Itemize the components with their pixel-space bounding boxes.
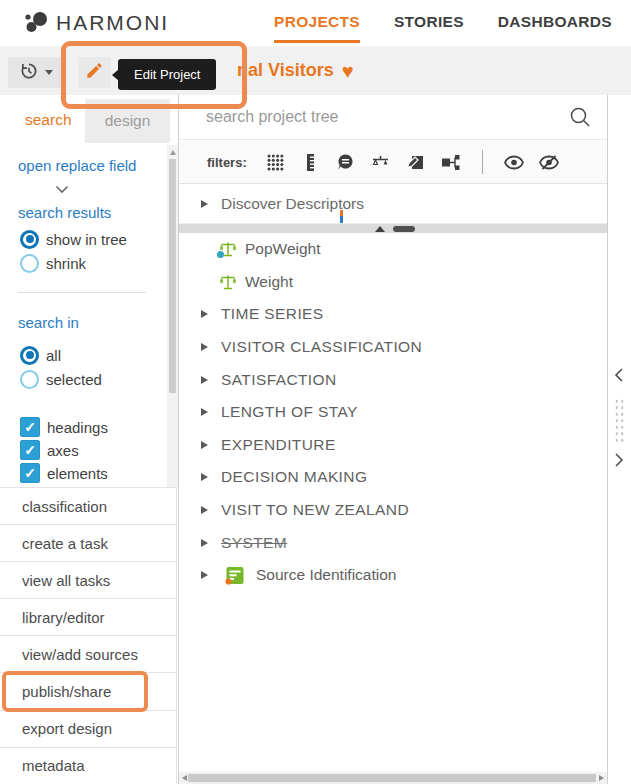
scroll-up-arrow-icon[interactable] <box>170 150 176 155</box>
expand-triangle-icon[interactable] <box>201 539 208 547</box>
search-results-option-show-in-tree[interactable]: show in tree <box>20 229 127 249</box>
tree-item-satisfaction[interactable]: SATISFACTION <box>179 363 607 396</box>
expand-triangle-icon[interactable] <box>201 408 208 416</box>
tab-design[interactable]: design <box>85 99 170 143</box>
splitter-drag-handle[interactable] <box>393 226 415 232</box>
search-results-option-shrink[interactable]: shrink <box>20 253 86 273</box>
tree-item-expenditure[interactable]: EXPENDITURE <box>179 429 607 462</box>
search-in-option-selected[interactable]: selected <box>20 369 102 389</box>
harmoni-logo: HARMONI <box>24 8 169 38</box>
source-icon <box>224 565 245 586</box>
nav-dashboards[interactable]: DASHBOARDS <box>498 13 612 43</box>
annotate-icon[interactable] <box>406 152 426 172</box>
tree-item-system[interactable]: SYSTEM <box>179 526 607 559</box>
checkbox-checked-icon[interactable]: ✓ <box>20 440 40 460</box>
sidebar-item-export-design[interactable]: export design <box>0 710 176 747</box>
scale-icon <box>219 273 237 291</box>
project-tree-panel: filters: Discover Descriptors PopWeightW… <box>178 95 608 784</box>
expand-right-chevron-icon[interactable] <box>613 452 625 472</box>
tab-search[interactable]: search <box>25 111 72 129</box>
sidebar-menu: classificationcreate a taskview all task… <box>0 487 177 784</box>
sidebar-item-view-add-sources[interactable]: view/add sources <box>0 635 176 672</box>
search-icon[interactable] <box>569 106 591 132</box>
tree-item-visitor-classification[interactable]: VISITOR CLASSIFICATION <box>179 331 607 364</box>
sidebar: design search open replace field search … <box>0 95 178 784</box>
checkbox-checked-icon[interactable]: ✓ <box>20 417 40 437</box>
heart-icon[interactable]: ♥ <box>342 61 354 81</box>
expand-triangle-icon[interactable] <box>201 200 208 208</box>
checkbox-option-headings[interactable]: ✓headings <box>20 417 108 437</box>
tree-item-decision-making[interactable]: DECISION MAKING <box>179 461 607 494</box>
filters-label: filters: <box>207 155 247 170</box>
geo-balloon-icon[interactable] <box>336 152 356 172</box>
sidebar-scrollbar[interactable] <box>167 145 178 487</box>
tree-splitter[interactable] <box>179 224 607 233</box>
collapse-left-chevron-icon[interactable] <box>613 367 625 387</box>
expand-triangle-icon[interactable] <box>201 506 208 514</box>
scale-filter-icon[interactable] <box>371 152 391 172</box>
sidebar-item-library-editor[interactable]: library/editor <box>0 598 176 635</box>
tree-item-label: EXPENDITURE <box>221 436 336 454</box>
splitter-up-arrow-icon[interactable] <box>375 226 385 232</box>
checkbox-option-elements[interactable]: ✓elements <box>20 463 108 483</box>
expand-triangle-icon[interactable] <box>201 343 208 351</box>
search-in-option-all[interactable]: all <box>20 345 61 365</box>
expand-triangle-icon[interactable] <box>201 376 208 384</box>
tree-item-label: VISIT TO NEW ZEALAND <box>221 501 409 519</box>
radio-icon[interactable] <box>20 254 39 273</box>
scroll-right-arrow-icon[interactable] <box>599 775 604 781</box>
panel-drag-handle[interactable] <box>614 398 626 445</box>
nav-stories[interactable]: STORIES <box>394 13 464 43</box>
sidebar-item-create-a-task[interactable]: create a task <box>0 524 176 561</box>
expand-triangle-icon[interactable] <box>201 310 208 318</box>
open-replace-field-link[interactable]: open replace field <box>18 157 136 174</box>
show-eye-icon[interactable] <box>504 152 524 172</box>
tree-item-weight[interactable]: Weight <box>179 266 607 299</box>
tree-item-label: SATISFACTION <box>221 371 337 389</box>
tree-item-visit-to-new-zealand[interactable]: VISIT TO NEW ZEALAND <box>179 494 607 527</box>
expand-triangle-icon[interactable] <box>201 473 208 481</box>
search-in-link[interactable]: search in <box>18 314 79 331</box>
search-results-link[interactable]: search results <box>18 204 111 221</box>
hierarchy-icon[interactable] <box>441 152 461 172</box>
horizontal-scrollbar[interactable] <box>179 772 607 784</box>
tree-item-time-series[interactable]: TIME SERIES <box>179 298 607 331</box>
checkbox-checked-icon[interactable]: ✓ <box>20 463 40 483</box>
tree-item-label: PopWeight <box>245 240 321 258</box>
sidebar-item-view-all-tasks[interactable]: view all tasks <box>0 561 176 598</box>
tree-item-popweight[interactable]: PopWeight <box>179 233 607 266</box>
checkbox-option-axes[interactable]: ✓axes <box>20 440 79 460</box>
project-title-text: nal Visitors <box>237 60 334 81</box>
sidebar-scrollbar-thumb[interactable] <box>169 159 176 393</box>
search-project-tree-input[interactable] <box>179 95 607 139</box>
tree-item-length-of-stay[interactable]: LENGTH OF STAY <box>179 396 607 429</box>
sidebar-item-metadata[interactable]: metadata <box>0 747 176 784</box>
sidebar-item-classification[interactable]: classification <box>0 487 176 524</box>
nav-projects[interactable]: PROJECTS <box>274 13 360 43</box>
grid-icon[interactable] <box>266 152 286 172</box>
scroll-left-arrow-icon[interactable] <box>182 775 187 781</box>
scale-pop-icon <box>219 240 237 258</box>
radio-selected-icon[interactable] <box>20 346 39 365</box>
tree-item-label: TIME SERIES <box>221 305 324 323</box>
radio-icon[interactable] <box>20 370 39 389</box>
edit-project-button[interactable] <box>78 57 111 88</box>
project-toolbar: Edit Project nal Visitors ♥ <box>0 46 631 95</box>
tree-item-source-identification[interactable]: Source Identification <box>179 559 607 592</box>
chevron-down-icon[interactable] <box>55 180 69 198</box>
radio-selected-icon[interactable] <box>20 230 39 249</box>
filters-divider <box>482 150 483 174</box>
option-label: axes <box>47 442 79 459</box>
expand-triangle-icon[interactable] <box>201 441 208 449</box>
ruler-icon[interactable] <box>301 152 321 172</box>
right-panel-strip <box>608 95 631 784</box>
tree-item-discover-descriptors[interactable]: Discover Descriptors <box>179 184 607 224</box>
expand-triangle-icon[interactable] <box>201 571 208 579</box>
history-button[interactable] <box>8 57 63 88</box>
edit-project-tooltip: Edit Project <box>118 59 216 90</box>
project-tree: PopWeightWeightTIME SERIESVISITOR CLASSI… <box>179 233 607 592</box>
hide-eye-icon[interactable] <box>539 152 559 172</box>
filters-toolbar: filters: <box>179 141 607 184</box>
sidebar-item-publish-share[interactable]: publish/share <box>0 672 176 709</box>
horizontal-scrollbar-thumb[interactable] <box>188 774 596 782</box>
